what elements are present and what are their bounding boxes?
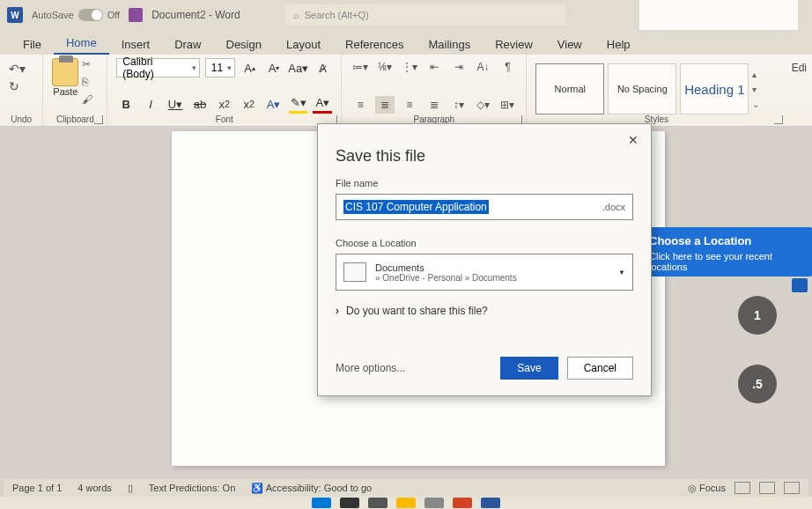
style-normal[interactable]: Normal [535, 63, 604, 114]
word-task-icon[interactable] [481, 498, 500, 508]
location-path: » OneDrive - Personal » Documents [375, 273, 517, 283]
style-heading1[interactable]: Heading 1 [680, 63, 749, 114]
grow-font-icon[interactable]: A▴ [240, 58, 260, 77]
clear-format-icon[interactable]: A̷ [314, 58, 333, 77]
text-effect-icon[interactable]: A▾ [264, 94, 284, 114]
align-left-icon[interactable]: ≡ [351, 96, 370, 114]
editing-group[interactable]: Edi [786, 55, 812, 126]
copy-icon[interactable]: ⎘ [82, 76, 92, 88]
tab-review[interactable]: Review [483, 34, 545, 55]
zoom-1x[interactable]: 1 [738, 296, 777, 335]
tab-mailings[interactable]: Mailings [417, 34, 484, 55]
focus-mode[interactable]: ◎ Focus [688, 483, 726, 494]
statusbar: Page 1 of 1 4 words ▯ Text Predictions: … [4, 479, 808, 497]
group-undo: ↶▾ ↻ Undo [0, 55, 43, 126]
change-case-icon[interactable]: Aa▾ [289, 58, 308, 77]
location-name: Documents [375, 262, 517, 273]
close-icon[interactable]: ✕ [623, 129, 644, 151]
borders-icon[interactable]: ⊞▾ [498, 96, 517, 114]
superscript-button[interactable]: x2 [240, 94, 259, 114]
tooltip-got-it[interactable] [792, 278, 808, 292]
zoom-half[interactable]: .5 [738, 365, 777, 403]
word-count[interactable]: 4 words [78, 483, 112, 493]
mail-icon[interactable] [453, 498, 472, 508]
search-input[interactable]: ⌕ Search (Alt+Q) [284, 4, 566, 26]
start-icon[interactable] [312, 498, 331, 508]
explorer-icon[interactable] [396, 498, 416, 508]
strike-button[interactable]: ab [190, 94, 210, 114]
shading-icon[interactable]: ◇▾ [474, 96, 493, 114]
read-mode-icon[interactable] [734, 482, 750, 494]
tab-help[interactable]: Help [594, 34, 643, 55]
tab-references[interactable]: References [333, 34, 416, 55]
align-center-icon[interactable]: ≣ [375, 96, 395, 114]
save-icon[interactable] [129, 8, 143, 22]
dell-icon[interactable] [424, 498, 444, 508]
book-icon[interactable]: ▯ [128, 483, 133, 494]
highlight-icon[interactable]: ✎▾ [289, 94, 308, 114]
tab-file[interactable]: File [11, 34, 54, 55]
search-task-icon[interactable] [340, 498, 359, 508]
group-clipboard: Paste ✂ ⎘ 🖌 Clipboard [43, 55, 107, 126]
shrink-font-icon[interactable]: A▾ [264, 58, 284, 77]
styles-up-icon[interactable]: ▴ [752, 70, 759, 79]
tooltip-body: Click here to see your recent locations [649, 251, 803, 272]
save-button[interactable]: Save [500, 357, 557, 380]
tab-draw[interactable]: Draw [162, 34, 213, 55]
multilevel-icon[interactable]: ⋮▾ [400, 58, 419, 76]
subscript-button[interactable]: x2 [215, 94, 234, 114]
print-layout-icon[interactable] [759, 482, 775, 494]
cut-icon[interactable]: ✂ [82, 58, 92, 70]
paste-icon[interactable] [52, 58, 78, 86]
tooltip-title: Choose a Location [649, 234, 803, 247]
filename-label: File name [336, 178, 633, 188]
text-predictions[interactable]: Text Predictions: On [149, 483, 235, 493]
filename-input[interactable]: CIS 107 Computer Application .docx [336, 194, 633, 220]
location-dropdown[interactable]: Documents » OneDrive - Personal » Docume… [336, 254, 633, 291]
taskview-icon[interactable] [368, 498, 388, 508]
tab-design[interactable]: Design [214, 34, 274, 55]
font-name-dropdown[interactable]: Calibri (Body) [116, 58, 199, 77]
redo-icon[interactable]: ↻ [9, 79, 33, 93]
show-marks-icon[interactable]: ¶ [498, 58, 517, 76]
bold-button[interactable]: B [116, 94, 136, 114]
accessibility-status[interactable]: ♿ Accessibility: Good to go [251, 483, 372, 494]
toggle-icon[interactable] [78, 9, 103, 21]
group-paragraph: ≔▾ ⅛▾ ⋮▾ ⇤ ⇥ A↓ ¶ ≡ ≣ ≡ ≣ ↕▾ ◇▾ ⊞▾ Parag… [342, 55, 527, 126]
styles-down-icon[interactable]: ▾ [752, 85, 759, 94]
font-color-icon[interactable]: A▾ [313, 94, 332, 114]
line-spacing-icon[interactable]: ↕▾ [449, 96, 469, 114]
align-right-icon[interactable]: ≡ [400, 96, 419, 114]
style-nospacing[interactable]: No Spacing [608, 63, 676, 114]
autosave-toggle[interactable]: AutoSave Off [32, 9, 120, 21]
chevron-down-icon: ▼ [618, 269, 625, 277]
numbering-icon[interactable]: ⅛▾ [375, 58, 395, 76]
tab-layout[interactable]: Layout [274, 34, 333, 55]
indent-icon[interactable]: ⇥ [449, 58, 469, 76]
folder-icon [343, 262, 366, 282]
share-expand[interactable]: Do you want to share this file? [336, 305, 633, 317]
clipboard-launcher[interactable] [94, 115, 103, 124]
web-layout-icon[interactable] [784, 482, 800, 494]
tab-view[interactable]: View [545, 34, 594, 55]
page-count[interactable]: Page 1 of 1 [12, 483, 62, 493]
more-options-link[interactable]: More options... [336, 362, 405, 374]
file-extension[interactable]: .docx [602, 202, 625, 212]
format-painter-icon[interactable]: 🖌 [82, 93, 92, 106]
paste-label[interactable]: Paste [52, 86, 78, 97]
autosave-state: Off [107, 10, 120, 20]
font-size-dropdown[interactable]: 11 [205, 58, 235, 77]
sort-icon[interactable]: A↓ [474, 58, 493, 76]
bullets-icon[interactable]: ≔▾ [351, 58, 370, 76]
italic-button[interactable]: I [141, 94, 160, 114]
styles-launcher[interactable] [774, 115, 783, 124]
justify-icon[interactable]: ≣ [424, 96, 444, 114]
undo-icon[interactable]: ↶▾ [9, 62, 33, 76]
tab-insert[interactable]: Insert [109, 34, 163, 55]
tab-home[interactable]: Home [54, 33, 109, 55]
styles-more-icon[interactable]: ⌄ [752, 100, 759, 109]
group-undo-label: Undo [0, 114, 42, 124]
cancel-button[interactable]: Cancel [567, 357, 633, 380]
outdent-icon[interactable]: ⇤ [424, 58, 444, 76]
underline-button[interactable]: U▾ [166, 94, 185, 114]
